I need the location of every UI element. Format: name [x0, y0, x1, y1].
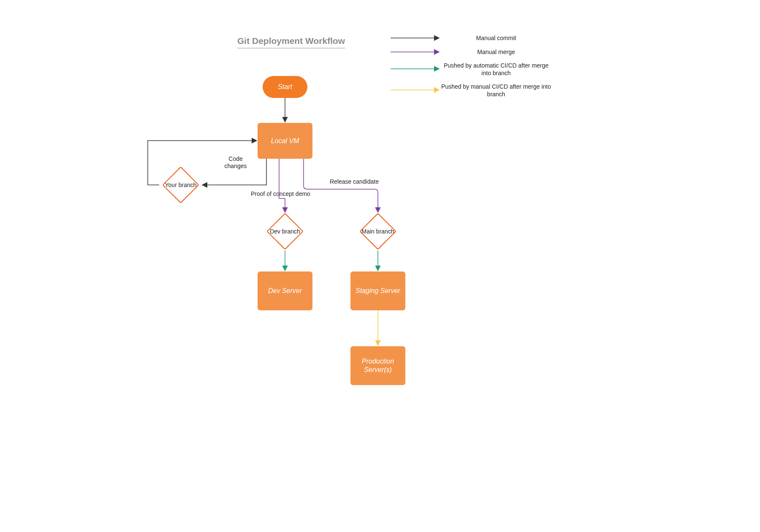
legend-auto-label: Pushed by automatic CI/CD after merge in… [441, 62, 551, 77]
node-local-vm-label: Local VM [271, 137, 299, 145]
node-dev-branch-label: Dev branch [270, 228, 300, 235]
flow-edges [0, 0, 760, 532]
node-staging-server-label: Staging Server [356, 287, 400, 295]
node-start: Start [263, 76, 307, 98]
edge-label-poc-demo: Proof of concept demo [251, 190, 310, 198]
edge-label-code-changes: Code changes [219, 155, 252, 170]
diagram-title: Git Deployment Workflow [237, 36, 345, 49]
node-local-vm: Local VM [258, 123, 312, 159]
node-dev-server-label: Dev Server [268, 287, 302, 295]
node-dev-branch: Dev branch [272, 218, 298, 244]
node-your-branch-label: Your branch [165, 182, 197, 188]
node-production-server: Production Server(s) [350, 346, 405, 385]
edge-label-release-candidate: Release candidate [330, 178, 379, 185]
node-main-branch-label: Main branch [361, 228, 394, 235]
node-staging-server: Staging Server [350, 271, 405, 310]
node-start-label: Start [278, 83, 292, 91]
legend-arrows [0, 0, 760, 532]
node-dev-server: Dev Server [258, 271, 312, 310]
node-your-branch: Your branch [168, 172, 194, 198]
node-main-branch: Main branch [365, 218, 391, 244]
legend-commit-label: Manual commit [441, 35, 551, 42]
legend-manual-label: Pushed by manual CI/CD after merge into … [441, 83, 551, 98]
node-production-server-label: Production Server(s) [350, 357, 405, 374]
legend-merge-label: Manual merge [441, 49, 551, 56]
